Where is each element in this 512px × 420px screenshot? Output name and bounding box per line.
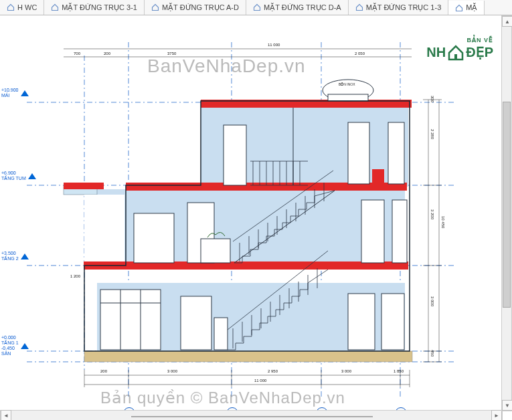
dim: 700 bbox=[74, 51, 80, 56]
svg-rect-23 bbox=[372, 169, 384, 183]
svg-rect-62 bbox=[381, 294, 404, 350]
tab-a-d[interactable]: MẶT ĐỨNG TRỤC A-D bbox=[145, 0, 246, 15]
dim: 3 000 bbox=[430, 296, 434, 306]
tab-label: MẶT ĐỨNG TRỤC A-D bbox=[162, 3, 239, 12]
svg-rect-25 bbox=[224, 125, 246, 185]
svg-rect-11 bbox=[84, 351, 412, 362]
svg-rect-56 bbox=[100, 290, 161, 350]
house-icon bbox=[355, 3, 363, 11]
tab-wc[interactable]: H WC bbox=[0, 0, 44, 15]
svg-rect-60 bbox=[181, 296, 211, 350]
level-marker-2: +3.500TẦNG 2 bbox=[1, 251, 29, 261]
house-icon bbox=[151, 3, 159, 11]
dim: 2 950 bbox=[268, 369, 278, 373]
level-triangle-icon bbox=[21, 90, 29, 96]
dim: 300 bbox=[430, 96, 434, 102]
scrollbar-horizontal[interactable]: ◄ ► bbox=[0, 410, 503, 420]
tab-3-1[interactable]: MẶT ĐỨNG TRỤC 3-1 bbox=[44, 0, 145, 15]
dim: 3 200 bbox=[430, 209, 434, 219]
dim: 11 000 bbox=[254, 379, 266, 383]
level-triangle-icon bbox=[21, 253, 29, 259]
scroll-thumb[interactable] bbox=[131, 416, 373, 417]
scroll-up-icon[interactable]: ▲ bbox=[502, 16, 512, 27]
tab-label: MẶT ĐỨNG TRỤC 1-3 bbox=[366, 3, 442, 12]
dim: 3 000 bbox=[341, 369, 351, 373]
dim: 1 850 bbox=[394, 369, 404, 373]
dim: 1 200 bbox=[70, 274, 80, 278]
scroll-down-icon[interactable]: ▼ bbox=[502, 400, 512, 411]
tab-label: MẶ bbox=[466, 3, 477, 12]
svg-rect-61 bbox=[348, 294, 375, 350]
svg-rect-26 bbox=[348, 122, 369, 184]
dim: 11 000 bbox=[268, 43, 280, 47]
level-triangle-icon bbox=[28, 173, 36, 179]
svg-rect-21 bbox=[64, 183, 104, 189]
svg-rect-43 bbox=[361, 200, 384, 263]
house-icon bbox=[7, 3, 15, 11]
dim: 200 bbox=[100, 369, 107, 373]
svg-rect-22 bbox=[84, 261, 408, 270]
house-icon bbox=[253, 3, 261, 11]
view-tabs: H WC MẶT ĐỨNG TRỤC 3-1 MẶT ĐỨNG TRỤC A-D… bbox=[0, 0, 512, 15]
scroll-track[interactable] bbox=[502, 27, 511, 400]
dim: 3750 bbox=[167, 51, 176, 56]
level-triangle-icon bbox=[21, 343, 29, 349]
tab-d-a[interactable]: MẶT ĐỨNG TRỤC D-A bbox=[246, 0, 349, 15]
svg-rect-27 bbox=[388, 122, 404, 184]
dim: 2 050 bbox=[355, 51, 365, 56]
svg-rect-41 bbox=[134, 213, 174, 263]
level-marker-roof: +10.900MÁI bbox=[1, 88, 29, 98]
drawing-canvas[interactable]: BẢN VẼ NH ĐẸP bbox=[0, 15, 512, 420]
tab-label: MẶT ĐỨNG TRỤC D-A bbox=[264, 3, 341, 12]
svg-rect-16 bbox=[84, 195, 124, 266]
house-icon bbox=[51, 3, 59, 11]
tab-1-3[interactable]: MẶT ĐỨNG TRỤC 1-3 bbox=[349, 0, 449, 15]
dim: 450 bbox=[430, 350, 434, 356]
level-marker-1: +0.000TẦNG 1 -0.450SÂN bbox=[1, 335, 29, 356]
dim: 2 280 bbox=[430, 129, 434, 139]
scrollbar-vertical[interactable]: ▲ ▼ bbox=[501, 15, 512, 411]
tab-label: MẶT ĐỨNG TRỤC 3-1 bbox=[62, 3, 137, 12]
dim: 3 000 bbox=[167, 369, 177, 373]
scroll-thumb[interactable] bbox=[503, 102, 511, 308]
house-icon bbox=[455, 4, 463, 12]
svg-rect-73 bbox=[214, 318, 228, 350]
section-drawing bbox=[0, 15, 502, 410]
svg-rect-40 bbox=[328, 94, 368, 101]
svg-rect-44 bbox=[392, 200, 407, 263]
scroll-right-icon[interactable]: ► bbox=[491, 410, 502, 420]
level-marker-tum: +6.900TẦNG TUM bbox=[1, 171, 36, 181]
scroll-left-icon[interactable]: ◄ bbox=[1, 410, 11, 420]
dim: 10 450 bbox=[441, 216, 445, 228]
tank-label: BỒN INOX bbox=[339, 82, 355, 86]
svg-rect-55 bbox=[201, 239, 230, 263]
tab-active[interactable]: MẶ bbox=[448, 1, 485, 15]
dim: 200 bbox=[104, 51, 110, 56]
tab-label: H WC bbox=[17, 3, 37, 11]
